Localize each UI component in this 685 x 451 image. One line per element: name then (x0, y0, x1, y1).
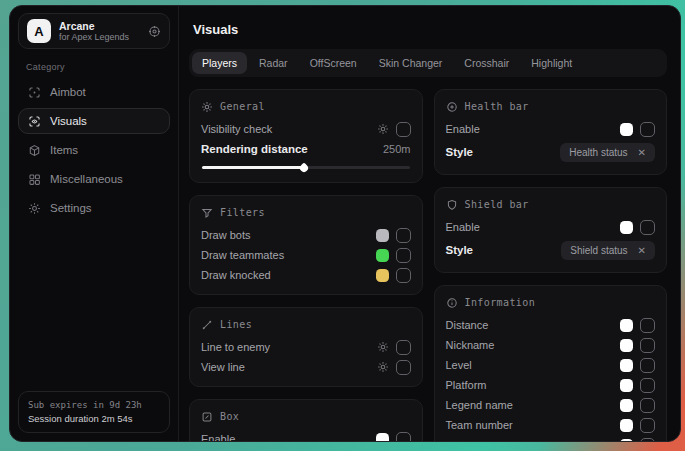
panel-general-header: General (201, 99, 411, 114)
draw-knocked-checkbox[interactable] (396, 268, 411, 283)
info-team-number-checkbox[interactable] (640, 418, 655, 433)
shield-style-row: Style Shield status ✕ (446, 237, 656, 263)
draw-knocked-row: Draw knocked (201, 265, 411, 285)
shield-style-value: Shield status (570, 245, 627, 256)
draw-bots-checkbox[interactable] (396, 228, 411, 243)
visuals-tabbar: Players Radar OffScreen Skin Changer Cro… (189, 49, 667, 77)
view-line-settings-icon[interactable] (377, 361, 389, 373)
info-distance-color-swatch[interactable] (620, 319, 633, 332)
sidebar-item-miscellaneous[interactable]: Miscellaneous (18, 166, 170, 192)
slider-handle[interactable] (298, 162, 309, 173)
close-icon[interactable]: ✕ (638, 245, 646, 256)
sidebar-item-label: Miscellaneous (50, 173, 123, 185)
line-to-enemy-settings-icon[interactable] (377, 341, 389, 353)
visibility-settings-icon[interactable] (377, 123, 389, 135)
health-style-label: Style (446, 146, 474, 158)
info-distance-checkbox[interactable] (640, 318, 655, 333)
sidebar: A Arcane for Apex Legends Category (10, 6, 179, 441)
health-style-select[interactable]: Health status ✕ (560, 143, 655, 162)
sidebar-item-items[interactable]: Items (18, 137, 170, 163)
line-to-enemy-checkbox[interactable] (396, 340, 411, 355)
box-frame-icon (201, 411, 213, 423)
visibility-check-label: Visibility check (201, 123, 272, 135)
draw-teammates-checkbox[interactable] (396, 248, 411, 263)
diagonal-line-icon (201, 319, 213, 331)
info-nickname-checkbox[interactable] (640, 338, 655, 353)
rendering-distance-row: Rendering distance 250m (201, 139, 411, 159)
info-weapon-checkbox[interactable] (640, 438, 655, 443)
line-to-enemy-row: Line to enemy (201, 337, 411, 357)
draw-bots-row: Draw bots (201, 225, 411, 245)
view-line-checkbox[interactable] (396, 360, 411, 375)
sidebar-item-aimbot[interactable]: Aimbot (18, 79, 170, 105)
info-level-row: Level (446, 355, 656, 375)
box-enable-color-swatch[interactable] (376, 433, 389, 443)
tab-radar[interactable]: Radar (249, 52, 298, 74)
draw-knocked-color-swatch[interactable] (376, 269, 389, 282)
health-color-swatch[interactable] (620, 123, 633, 136)
tab-crosshair[interactable]: Crosshair (454, 52, 519, 74)
app-window: A Arcane for Apex Legends Category (9, 5, 681, 442)
gear-icon (28, 202, 41, 215)
tab-players[interactable]: Players (192, 52, 247, 74)
draw-teammates-color-swatch[interactable] (376, 249, 389, 262)
panel-health-bar: Health bar Enable Style Health status (434, 89, 668, 175)
visibility-check-checkbox[interactable] (396, 122, 411, 137)
sidebar-item-settings[interactable]: Settings (18, 195, 170, 221)
rendering-distance-value: 250m (383, 143, 411, 155)
info-legend-name-color-swatch[interactable] (620, 399, 633, 412)
shield-enable-checkbox[interactable] (640, 220, 655, 235)
panel-information-header: Information (446, 295, 656, 310)
panel-shield-bar: Shield bar Enable Style Shield status (434, 187, 668, 273)
panel-shield-bar-header: Shield bar (446, 197, 656, 212)
tab-highlight[interactable]: Highlight (521, 52, 582, 74)
panel-title: General (220, 101, 265, 112)
sidebar-nav: Aimbot Visuals (18, 79, 170, 221)
info-weapon-label: Weapon in hands (446, 439, 531, 442)
info-platform-color-swatch[interactable] (620, 379, 633, 392)
info-level-color-swatch[interactable] (620, 359, 633, 372)
session-duration: Session duration 2m 54s (28, 412, 160, 425)
draw-bots-color-swatch[interactable] (376, 229, 389, 242)
panel-title: Lines (220, 319, 252, 330)
crosshair-icon (28, 86, 41, 99)
health-style-row: Style Health status ✕ (446, 139, 656, 165)
draw-teammates-label: Draw teammates (201, 249, 284, 261)
info-legend-name-label: Legend name (446, 399, 513, 411)
draw-teammates-row: Draw teammates (201, 245, 411, 265)
main-content: Visuals Players Radar OffScreen Skin Cha… (179, 6, 680, 441)
health-enable-checkbox[interactable] (640, 122, 655, 137)
health-style-value: Health status (569, 147, 627, 158)
info-level-checkbox[interactable] (640, 358, 655, 373)
sidebar-item-label: Aimbot (50, 86, 86, 98)
panel-information: Information Distance Nickname (434, 285, 668, 442)
shield-style-select[interactable]: Shield status ✕ (561, 241, 655, 260)
close-icon[interactable]: ✕ (638, 147, 646, 158)
info-weapon-color-swatch[interactable] (620, 439, 633, 443)
health-enable-row: Enable (446, 119, 656, 139)
info-nickname-row: Nickname (446, 335, 656, 355)
box-enable-checkbox[interactable] (396, 432, 411, 443)
shield-enable-label: Enable (446, 221, 480, 233)
rendering-distance-slider[interactable] (202, 166, 410, 169)
panel-filters: Filters Draw bots Draw teammates (189, 195, 423, 295)
tab-offscreen[interactable]: OffScreen (300, 52, 367, 74)
info-team-number-label: Team number (446, 419, 513, 431)
app-meta: Arcane for Apex Legends (59, 20, 140, 43)
panel-columns: General Visibility check (189, 89, 667, 442)
panel-health-bar-header: Health bar (446, 99, 656, 114)
tab-skin-changer[interactable]: Skin Changer (369, 52, 453, 74)
app-logo-card: A Arcane for Apex Legends (18, 13, 170, 49)
funnel-icon (201, 207, 213, 219)
target-icon[interactable] (148, 25, 161, 38)
rendering-distance-label: Rendering distance (201, 143, 308, 155)
line-to-enemy-label: Line to enemy (201, 341, 270, 353)
info-nickname-color-swatch[interactable] (620, 339, 633, 352)
visibility-check-row: Visibility check (201, 119, 411, 139)
health-enable-label: Enable (446, 123, 480, 135)
info-legend-name-checkbox[interactable] (640, 398, 655, 413)
info-platform-checkbox[interactable] (640, 378, 655, 393)
shield-color-swatch[interactable] (620, 221, 633, 234)
info-team-number-color-swatch[interactable] (620, 419, 633, 432)
sidebar-item-visuals[interactable]: Visuals (18, 108, 170, 134)
